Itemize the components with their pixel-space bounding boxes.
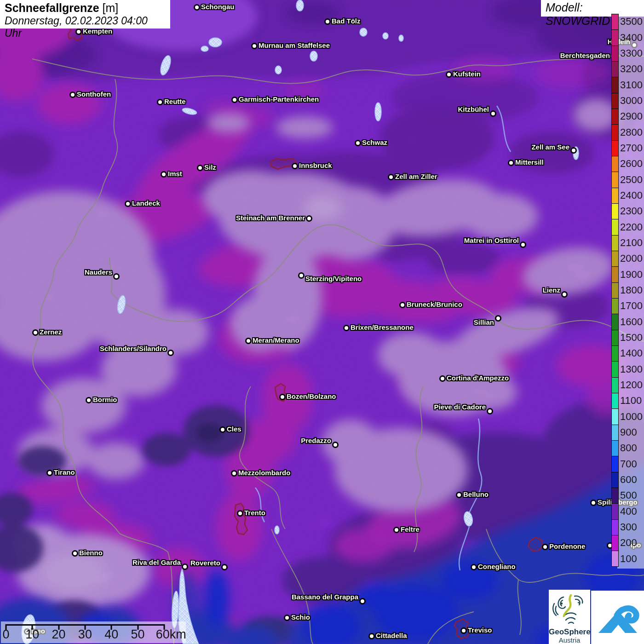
city-label-layer: SchongauBad TölzKemptenMurnau am Staffel… — [0, 0, 644, 644]
city-label: Garmisch-Partenkirchen — [239, 95, 319, 103]
colorbar-value-3000: 3000 — [620, 95, 643, 107]
colorbar-value-3400: 3400 — [620, 32, 643, 44]
city-label: Sonthofen — [77, 90, 111, 98]
city-dot-icon — [359, 598, 366, 604]
city-dot-icon — [231, 97, 238, 103]
city-dot-icon — [355, 140, 361, 146]
colorbar-value-2200: 2200 — [620, 221, 643, 233]
model-name-label: Modell: SNOWGRID — [546, 1, 610, 27]
colorbar-value-2700: 2700 — [620, 142, 643, 154]
city-label: Rovereto — [190, 559, 220, 567]
colorbar-cell-900 — [612, 425, 618, 441]
colorbar-cell-1200 — [612, 378, 618, 393]
colorbar-cell-2200 — [612, 219, 618, 235]
colorbar-cell-3100 — [612, 77, 618, 93]
city-label: Sillian — [474, 318, 494, 326]
city-dot-icon — [439, 375, 446, 382]
colorbar-cell-1000 — [612, 409, 618, 425]
city-label: Zell am Ziller — [395, 172, 437, 180]
scale-label: 10 — [25, 627, 39, 642]
city-dot-icon — [245, 338, 252, 344]
city-dot-icon — [113, 273, 120, 280]
mountain-snow-logo-icon — [594, 594, 642, 640]
city-dot-icon — [343, 325, 350, 331]
colorbar-cell-400 — [612, 504, 618, 519]
colorbar-value-600: 600 — [620, 474, 637, 486]
city-label: Bormio — [93, 396, 117, 403]
colorbar-cell-1900 — [612, 267, 618, 282]
city-dot-icon — [460, 627, 467, 634]
colorbar-cell-500 — [612, 488, 618, 504]
city-dot-icon — [197, 165, 203, 171]
geosphere-logo-name: GeoSphere — [549, 628, 590, 636]
city-label: Berchtesgaden — [560, 52, 610, 59]
colorbar-value-100: 100 — [620, 553, 637, 565]
city-label: Bad Tölz — [332, 17, 361, 25]
city-dot-icon — [284, 615, 290, 621]
city-label: Riva del Garda — [132, 558, 181, 566]
partner-logo-box — [591, 591, 644, 644]
colorbar-value-2600: 2600 — [620, 158, 643, 170]
colorbar-value-3100: 3100 — [620, 79, 643, 91]
city-dot-icon — [399, 302, 406, 308]
city-label: Mezzolombardo — [238, 469, 290, 477]
city-label: Bruneck/Brunico — [407, 300, 462, 308]
city-label: Bassano del Grappa — [292, 593, 358, 601]
scale-label: 40 — [104, 627, 118, 642]
colorbar-cell-2800 — [612, 125, 618, 140]
geosphere-logo-country: Austria — [549, 636, 590, 644]
model-name-box: Modell: SNOWGRID — [541, 0, 644, 17]
city-dot-icon — [495, 315, 501, 322]
city-dot-icon — [570, 147, 577, 154]
city-label: Schlanders/Silandro — [100, 345, 167, 352]
city-label: Landeck — [132, 199, 160, 207]
city-dot-icon — [332, 442, 339, 448]
colorbar-cell-1300 — [612, 362, 618, 377]
city-dot-icon — [161, 171, 167, 178]
city-dot-icon — [72, 550, 78, 557]
city-dot-icon — [471, 564, 477, 570]
city-label: Lienz — [543, 286, 560, 294]
colorbar-value-2500: 2500 — [620, 174, 643, 186]
colorbar-value-400: 400 — [620, 506, 637, 518]
scale-label: 0 — [2, 627, 9, 642]
colorbar-value-1400: 1400 — [620, 347, 643, 359]
map-valid-time: Donnerstag, 02.02.2023 04:00 Uhr — [5, 15, 166, 40]
city-dot-icon — [490, 110, 496, 117]
colorbar-value-3300: 3300 — [620, 47, 643, 59]
colorbar-value-1000: 1000 — [620, 411, 643, 423]
city-dot-icon — [590, 500, 597, 506]
colorbar-cell-700 — [612, 456, 618, 472]
city-label: Reutte — [164, 98, 186, 105]
city-label: Kitzbühel — [458, 105, 489, 113]
colorbar-value-1500: 1500 — [620, 332, 643, 344]
colorbar-cell-1400 — [612, 346, 618, 362]
city-label: Sterzing/Vipiteno — [305, 275, 362, 282]
geosphere-logo-icon — [551, 592, 588, 626]
title-parameter: Schneefallgrenze — [5, 1, 99, 14]
colorbar-cell-100 — [612, 551, 618, 566]
city-label: Imst — [168, 170, 182, 178]
colorbar-value-2300: 2300 — [620, 205, 643, 217]
colorbar-value-2900: 2900 — [620, 110, 643, 122]
colorbar-cell-2100 — [612, 236, 618, 251]
colorbar-value-500: 500 — [620, 489, 637, 501]
city-dot-icon — [508, 160, 514, 166]
colorbar-value-1900: 1900 — [620, 269, 643, 281]
city-dot-icon — [279, 394, 286, 400]
colorbar-cell-3200 — [612, 62, 618, 77]
city-label: Kufstein — [453, 70, 481, 78]
colorbar-cell-1800 — [612, 283, 618, 299]
city-label: Nauders — [85, 268, 112, 276]
city-label: Tirano — [54, 468, 75, 476]
colorbar-value-700: 700 — [620, 458, 637, 470]
colorbar-cell-3400 — [612, 30, 618, 46]
colorbar-value-2100: 2100 — [620, 237, 643, 249]
colorbar-cell-1100 — [612, 393, 618, 409]
map-title-box: Schneefallgrenze [m] Donnerstag, 02.02.2… — [0, 0, 170, 29]
city-label: Treviso — [468, 626, 492, 634]
colorbar-value-1100: 1100 — [620, 395, 642, 407]
colorbar-value-2000: 2000 — [620, 253, 643, 264]
colorbar-cell-2600 — [612, 156, 618, 172]
city-label: Cles — [227, 425, 242, 433]
